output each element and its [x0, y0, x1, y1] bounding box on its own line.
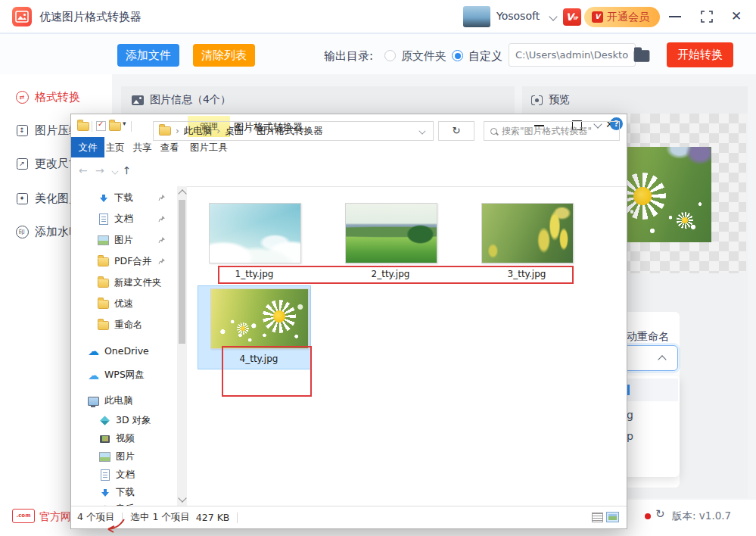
folder-icon — [98, 321, 109, 330]
qat-folder-icon[interactable] — [77, 122, 89, 131]
search-icon — [490, 128, 497, 135]
pin-icon — [158, 236, 166, 244]
tree-scrollbar[interactable] — [177, 186, 187, 506]
radio-original-label[interactable]: 原文件夹 — [401, 49, 446, 64]
tree-item-pictures[interactable]: 图片 — [71, 232, 177, 248]
version-label: 版本: v1.0.7 — [672, 510, 731, 523]
explorer-window: ✓ ▾ 管理 图片格式转换器 ✕ 文件 主页 共享 查看 图片工具 ? ← → … — [70, 114, 627, 529]
selected-count: 选中 1 个项目 — [130, 511, 189, 524]
pin-icon — [158, 215, 166, 223]
pin-icon — [158, 194, 166, 201]
annotation-arrow — [104, 518, 126, 533]
tree-item-new-folder[interactable]: 新建文件夹 — [71, 275, 177, 291]
radio-custom[interactable] — [452, 50, 463, 61]
explorer-status-bar: 4 个项目 选中 1 个项目 427 KB — [71, 506, 627, 528]
tab-home[interactable]: 主页 — [101, 137, 129, 157]
app-logo-icon — [12, 7, 32, 26]
upgrade-vip-button[interactable]: V 开通会员 — [584, 7, 660, 27]
annotation-rect-filenames — [218, 266, 574, 284]
breadcrumb[interactable]: › 此电脑 › 桌面 › 图片格式转换器 — [153, 121, 434, 141]
clear-list-button[interactable]: 清除列表 — [193, 44, 255, 67]
vip-badge-icon[interactable]: VIP — [563, 8, 581, 26]
maximize-button[interactable] — [701, 11, 713, 23]
document-icon — [99, 469, 110, 481]
tree-item-pc-pictures[interactable]: 图片 — [71, 449, 177, 465]
username[interactable]: Yososoft — [496, 10, 540, 22]
tree-item-yousu[interactable]: 优速 — [71, 296, 177, 312]
tree-item-wps-cloud[interactable]: ☁ WPS网盘 — [71, 367, 177, 383]
folder-icon — [98, 279, 109, 288]
file-thumbnail-3[interactable] — [481, 203, 574, 263]
3d-cube-icon — [99, 417, 110, 424]
dotcom-icon[interactable]: .com — [12, 509, 35, 523]
breadcrumb-this-pc[interactable]: 此电脑 — [184, 125, 213, 138]
scrollbar-thumb[interactable] — [179, 200, 185, 344]
wps-cloud-icon: ☁ — [88, 372, 99, 379]
tree-item-pc-downloads[interactable]: 下载 — [71, 485, 177, 500]
search-box[interactable]: 搜索"图片格式转换器" — [484, 121, 620, 141]
resize-icon: ↗ — [15, 157, 29, 170]
file-thumbnail-4[interactable] — [210, 288, 309, 349]
image-info-icon — [132, 95, 144, 105]
add-files-button[interactable]: 添加文件 — [117, 44, 179, 67]
up-icon[interactable]: ← — [121, 166, 133, 175]
nav-tree: 下载 文档 图片 PDF合并 新建文件夹 — [71, 186, 177, 506]
tab-file[interactable]: 文件 — [71, 137, 104, 157]
close-button[interactable]: ✕ — [729, 8, 744, 23]
onedrive-cloud-icon: ☁ — [88, 347, 99, 355]
tab-share[interactable]: 共享 — [129, 137, 156, 157]
output-path-input[interactable]: C:\Users\admin\Deskto — [509, 43, 636, 67]
output-dir-label: 输出目录: — [324, 49, 373, 64]
qat-properties-icon[interactable]: ✓ — [96, 121, 106, 131]
radio-custom-label[interactable]: 自定义 — [468, 49, 502, 64]
minimize-button[interactable] — [669, 16, 681, 17]
tree-item-pc-documents[interactable]: 文档 — [71, 467, 177, 483]
tree-item-onedrive[interactable]: ☁ OneDrive — [71, 343, 177, 359]
watermark-icon: 印 — [15, 225, 29, 238]
file-thumbnail-1[interactable] — [209, 203, 301, 263]
tree-item-downloads[interactable]: 下载 — [71, 190, 177, 206]
pin-icon — [158, 257, 166, 265]
qat-customize-caret-icon[interactable]: ▾ — [123, 120, 126, 127]
radio-original-folder[interactable] — [384, 50, 396, 61]
app-title: 优速图片格式转换器 — [39, 10, 142, 24]
back-icon[interactable]: ← — [79, 164, 88, 176]
tree-item-rename[interactable]: 重命名 — [71, 317, 177, 333]
start-convert-button[interactable]: 开始转换 — [667, 42, 733, 67]
breadcrumb-current[interactable]: 图片格式转换器 — [257, 125, 323, 138]
qat-new-folder-icon[interactable] — [109, 122, 121, 131]
tree-item-3d-objects[interactable]: 3D 对象 — [71, 413, 177, 428]
thumbnail-view-icon[interactable] — [606, 512, 619, 522]
scroll-down-icon[interactable] — [178, 494, 186, 502]
video-icon — [99, 435, 110, 443]
address-bar — [71, 157, 627, 187]
forward-icon[interactable]: → — [95, 164, 104, 176]
beautify-icon: ✦ — [15, 192, 29, 205]
update-dot — [645, 513, 651, 519]
avatar[interactable] — [463, 6, 490, 27]
app-window: 优速图片格式转换器 Yososoft VIP V 开通会员 ✕ 添加文件 清除列… — [0, 0, 756, 536]
file-thumbnail-2[interactable] — [345, 203, 437, 263]
selected-size: 427 KB — [196, 512, 230, 523]
annotation-rect-selected-file — [222, 346, 312, 397]
breadcrumb-desktop[interactable]: 桌面 — [225, 125, 244, 138]
computer-icon — [88, 397, 99, 406]
dropdown-option[interactable]: p — [627, 430, 633, 442]
vip-icon: V — [592, 11, 603, 23]
picture-icon — [98, 235, 109, 245]
refresh-button[interactable]: ↻ — [438, 121, 474, 141]
tree-item-this-pc[interactable]: 此电脑 — [71, 393, 177, 409]
check-update-icon[interactable]: ↻ — [655, 507, 665, 521]
address-dropdown-icon[interactable] — [418, 127, 425, 134]
preview-icon — [531, 95, 543, 105]
tree-item-documents[interactable]: 文档 — [71, 211, 177, 227]
auto-rename-label: 动重命名 — [627, 330, 669, 344]
scroll-up-icon[interactable] — [178, 189, 186, 198]
tree-item-pdf-merge[interactable]: PDF合并 — [71, 254, 177, 270]
tree-item-videos[interactable]: 视频 — [71, 431, 177, 447]
details-view-icon[interactable] — [592, 513, 603, 522]
browse-folder-icon[interactable] — [634, 50, 650, 62]
location-folder-icon — [159, 126, 171, 136]
dropdown-option[interactable]: g — [627, 409, 633, 421]
sidebar-item-format-convert[interactable]: ⇄ 格式转换 — [0, 87, 112, 107]
